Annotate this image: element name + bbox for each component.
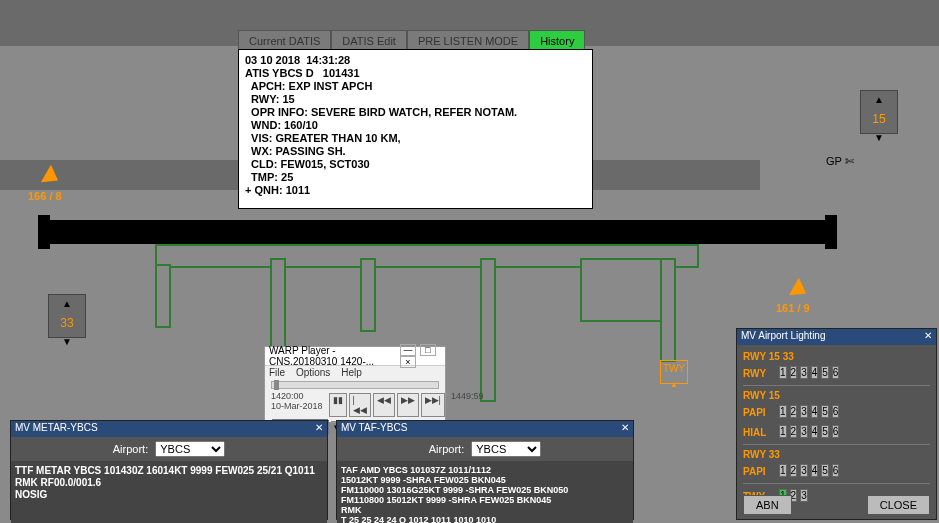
level-1-button[interactable]: 1 bbox=[779, 464, 787, 477]
chevron-down-icon[interactable]: ▼ bbox=[49, 333, 85, 351]
chevron-down-icon[interactable]: ▼ bbox=[861, 129, 897, 147]
level-4-button[interactable]: 4 bbox=[811, 425, 819, 438]
taf-text: TAF AMD YBCS 101037Z 1011/1112 15012KT 9… bbox=[337, 461, 633, 523]
gp-label: GP ✄ bbox=[826, 155, 854, 168]
aircraft-label-2: 161 / 9 bbox=[776, 302, 810, 314]
level-1-button[interactable]: 1 bbox=[779, 405, 787, 418]
level-2-button[interactable]: 2 bbox=[790, 464, 798, 477]
level-3-button[interactable]: 3 bbox=[800, 464, 808, 477]
airport-select[interactable]: YBCS bbox=[471, 441, 541, 457]
airport-lighting-panel: MV Airport Lighting✕ RWY 15 33 RWY123456… bbox=[736, 328, 937, 520]
forward-icon[interactable]: ▶▶ bbox=[397, 393, 419, 417]
rewind-start-icon[interactable]: |◀◀ bbox=[349, 393, 371, 417]
maximize-icon[interactable]: □ bbox=[420, 344, 436, 356]
chevron-up-icon[interactable]: ▲ bbox=[49, 295, 85, 313]
level-5-button[interactable]: 5 bbox=[821, 405, 829, 418]
menu-file[interactable]: File bbox=[269, 367, 285, 378]
close-icon[interactable]: ✕ bbox=[924, 330, 932, 344]
warp-player: WARP Player - CNS.20180310 1420-... — □ … bbox=[264, 346, 446, 423]
chevron-up-icon[interactable]: ▲ bbox=[861, 91, 897, 109]
level-4-button[interactable]: 4 bbox=[811, 464, 819, 477]
metar-text: TTF METAR YBCS 101430Z 16014KT 9999 FEW0… bbox=[11, 461, 327, 523]
minimize-icon[interactable]: — bbox=[400, 344, 416, 356]
level-3-button[interactable]: 3 bbox=[800, 405, 808, 418]
level-6-button[interactable]: 6 bbox=[832, 464, 840, 477]
level-1-button[interactable]: 1 bbox=[779, 366, 787, 379]
level-5-button[interactable]: 5 bbox=[821, 366, 829, 379]
level-6-button[interactable]: 6 bbox=[832, 366, 840, 379]
level-2-button[interactable]: 2 bbox=[790, 425, 798, 438]
airport-select[interactable]: YBCS bbox=[155, 441, 225, 457]
abn-button[interactable]: ABN bbox=[743, 495, 792, 515]
level-1-button[interactable]: 1 bbox=[779, 425, 787, 438]
runway bbox=[40, 220, 835, 244]
level-5-button[interactable]: 5 bbox=[821, 425, 829, 438]
level-4-button[interactable]: 4 bbox=[811, 405, 819, 418]
playback-slider[interactable] bbox=[271, 381, 439, 389]
level-5-button[interactable]: 5 bbox=[821, 464, 829, 477]
level-4-button[interactable]: 4 bbox=[811, 366, 819, 379]
rwy-value-15[interactable]: ▲ 15 ▼ bbox=[860, 90, 898, 134]
close-icon[interactable]: ✕ bbox=[315, 422, 323, 436]
close-button[interactable]: CLOSE bbox=[867, 495, 930, 515]
rwy-value-33[interactable]: ▲ 33 ▼ bbox=[48, 294, 86, 338]
level-3-button[interactable]: 3 bbox=[800, 425, 808, 438]
level-6-button[interactable]: 6 bbox=[832, 405, 840, 418]
atis-text: 03 10 2018 14:31:28ATIS YBCS D 101431 AP… bbox=[238, 49, 593, 209]
marker-i: I bbox=[828, 222, 832, 238]
level-2-button[interactable]: 2 bbox=[790, 405, 798, 418]
metar-panel: MV METAR-YBCS✕ Airport: YBCS TTF METAR Y… bbox=[10, 420, 328, 520]
forward-end-icon[interactable]: ▶▶| bbox=[421, 393, 445, 417]
level-2-button[interactable]: 2 bbox=[790, 366, 798, 379]
aircraft-label-1: 166 / 8 bbox=[28, 190, 62, 202]
menu-help[interactable]: Help bbox=[341, 367, 362, 378]
close-icon[interactable]: ✕ bbox=[621, 422, 629, 436]
close-icon[interactable]: × bbox=[400, 356, 416, 368]
menu-options[interactable]: Options bbox=[296, 367, 330, 378]
warp-title: WARP Player - CNS.20180310 1420-... bbox=[269, 345, 399, 367]
level-3-button[interactable]: 3 bbox=[800, 366, 808, 379]
taf-panel: MV TAF-YBCS✕ Airport: YBCS TAF AMD YBCS … bbox=[336, 420, 634, 520]
level-6-button[interactable]: 6 bbox=[832, 425, 840, 438]
twy-box[interactable]: TWY ▲ bbox=[660, 360, 688, 384]
rewind-icon[interactable]: ◀◀ bbox=[373, 393, 395, 417]
aircraft-icon bbox=[789, 278, 811, 302]
pause-icon[interactable]: ▮▮ bbox=[329, 393, 347, 417]
